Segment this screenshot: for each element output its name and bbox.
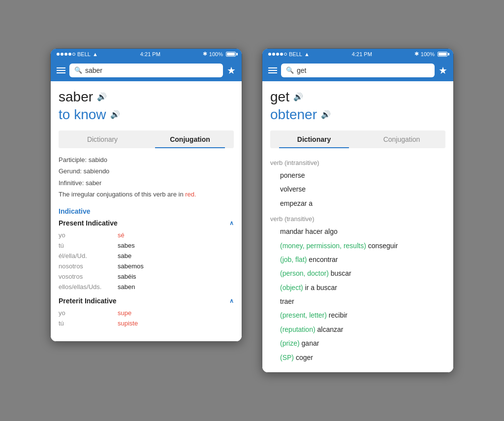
battery-fill-2 <box>439 53 446 56</box>
sound-icon-translation-2[interactable]: 🔊 <box>321 110 331 119</box>
sound-icon-word-1[interactable]: 🔊 <box>97 92 107 101</box>
tab-conjugation-2[interactable]: Conjugation <box>358 130 445 148</box>
hamburger-menu-2[interactable] <box>268 67 277 73</box>
translation-1: to know 🔊 <box>59 107 234 123</box>
dict-entry-volverse: volverse <box>270 182 445 196</box>
time-2: 4:21 PM <box>352 51 372 57</box>
verb-saben: saben <box>118 283 135 291</box>
dict-entry-ganar: (prize) ganar <box>270 336 445 350</box>
pronoun-tu-pret: tú <box>59 320 118 327</box>
pronoun-ellos: ellos/ellas/Uds. <box>59 283 118 291</box>
participle-1: Participle: sabido <box>59 154 234 165</box>
prefix-conseguir: (money, permission, results) <box>280 242 366 250</box>
conjugation-content-1: Participle: sabido Gerund: sabiendo Infi… <box>59 148 234 328</box>
tab-conjugation-label-2: Conjugation <box>383 135 420 143</box>
dict-entry-empezar: empezar a <box>270 196 445 210</box>
dict-entry-conseguir: (money, permission, results) conseguir <box>270 239 445 253</box>
prefix-ganar: (prize) <box>280 339 300 347</box>
gerund-1: Gerund: sabiendo <box>59 165 234 177</box>
dot5 <box>72 53 75 56</box>
dot2-4 <box>280 53 283 56</box>
translation-2: obtener 🔊 <box>270 107 445 123</box>
tabs-2: Dictionary Conjugation <box>270 130 445 148</box>
verb-sabemos: sabemos <box>118 262 144 270</box>
hamburger-menu-1[interactable] <box>57 67 65 73</box>
search-query-1: saber <box>85 66 102 74</box>
tab-dictionary-label-2: Dictionary <box>297 135 331 143</box>
dict-entry-mandar: mandar hacer algo <box>270 225 445 238</box>
present-indicative-header: Present Indicative ∧ <box>59 219 234 227</box>
hamburger-line-1 <box>57 67 65 68</box>
verb-supe: supe <box>118 309 131 317</box>
bluetooth-icon-1: ✱ <box>203 51 207 57</box>
search-input-wrap-1[interactable]: 🔍 saber <box>69 64 223 77</box>
search-bar-1: 🔍 saber ★ <box>51 60 242 81</box>
tab-conjugation-label-1: Conjugation <box>170 135 210 143</box>
favorite-button-2[interactable]: ★ <box>439 65 447 76</box>
conj-row-yo-pret: yo supe <box>59 308 234 318</box>
battery-label-1: 100% <box>209 51 223 57</box>
dict-entry-traer: traer <box>270 294 445 308</box>
infinitive-1: Infinitive: saber <box>59 177 234 189</box>
prefix-recibir: (present, letter) <box>280 311 327 319</box>
battery-icon-1 <box>226 52 236 57</box>
signal-dots-1 <box>57 53 75 56</box>
dict-entry-recibir: (present, letter) recibir <box>270 308 445 322</box>
pronoun-yo-pret: yo <box>59 309 118 317</box>
search-bar-2: 🔍 get ★ <box>262 60 453 81</box>
prefix-buscar: (person, doctor) <box>280 269 329 277</box>
dict-entry-alcanzar: (reputation) alcanzar <box>270 323 445 336</box>
tab-dictionary-1[interactable]: Dictionary <box>59 130 146 148</box>
verb-sabeis: sabéis <box>118 273 136 280</box>
word-1: saber <box>59 89 93 105</box>
time-1: 4:21 PM <box>140 51 160 57</box>
dot3 <box>64 53 67 56</box>
word-title-1: saber 🔊 <box>59 89 234 105</box>
tab-dictionary-2[interactable]: Dictionary <box>270 130 358 148</box>
preterit-indicative-group: Preterit Indicative ∧ yo supe tú supiste <box>59 297 234 328</box>
pronoun-tu: tú <box>59 242 118 249</box>
main-container: BELL ▲ 4:21 PM ✱ 100% 🔍 saber <box>31 29 473 392</box>
dot1 <box>57 53 60 56</box>
present-indicative-group: Present Indicative ∧ yo sé tú sabes él/e… <box>59 219 234 292</box>
dictionary-content-2: verb (intransitive) ponerse volverse emp… <box>270 148 445 364</box>
content-area-2: get 🔊 obtener 🔊 Dictionary Conjugation v… <box>262 81 453 372</box>
conj-row-el: él/ella/Ud. sabe <box>59 251 234 261</box>
hamburger-line-2-1 <box>268 67 277 68</box>
dict-entry-encontrar: (job, flat) encontrar <box>270 253 445 266</box>
search-icon-1: 🔍 <box>74 66 82 74</box>
sound-icon-translation-1[interactable]: 🔊 <box>110 110 120 119</box>
prefix-coger: (SP) <box>280 354 294 361</box>
tabs-1: Dictionary Conjugation <box>59 130 234 148</box>
preterit-indicative-title: Preterit Indicative <box>59 297 117 305</box>
battery-icon-2 <box>438 52 447 57</box>
status-right-1: ✱ 100% <box>203 51 236 57</box>
dot2-2 <box>272 53 275 56</box>
tab-dictionary-label-1: Dictionary <box>87 135 118 143</box>
content-area-1: saber 🔊 to know 🔊 Dictionary Conjugation <box>51 81 242 341</box>
preterit-indicative-header: Preterit Indicative ∧ <box>59 297 234 305</box>
dict-entry-ponerse: ponerse <box>270 168 445 182</box>
conj-row-tu-pret: tú supiste <box>59 318 234 328</box>
wifi-icon-2: ▲ <box>304 51 310 57</box>
search-input-wrap-2[interactable]: 🔍 get <box>281 64 435 77</box>
conj-row-yo: yo sé <box>59 230 234 240</box>
prefix-object: (object) <box>280 284 303 291</box>
conj-row-ellos: ellos/ellas/Uds. saben <box>59 282 234 292</box>
present-chevron[interactable]: ∧ <box>229 220 234 227</box>
favorite-button-1[interactable]: ★ <box>227 65 236 76</box>
verb-sabe: sabe <box>118 252 131 259</box>
sound-icon-word-2[interactable]: 🔊 <box>293 92 303 101</box>
pronoun-yo: yo <box>59 231 118 239</box>
status-bar-2: BELL ▲ 4:21 PM ✱ 100% <box>262 49 453 60</box>
conj-row-nosotros: nosotros sabemos <box>59 261 234 271</box>
irregular-note-1: The irregular conjugations of this verb … <box>59 189 234 200</box>
preterit-chevron[interactable]: ∧ <box>229 297 234 304</box>
indicative-label-1: Indicative <box>59 207 234 215</box>
carrier-1: BELL <box>77 51 91 57</box>
carrier-2: BELL <box>289 51 302 57</box>
conj-row-tu: tú sabes <box>59 240 234 251</box>
translation-text-1: to know <box>59 107 106 123</box>
tab-conjugation-1[interactable]: Conjugation <box>146 130 234 148</box>
hamburger-line-2-2 <box>268 70 277 71</box>
